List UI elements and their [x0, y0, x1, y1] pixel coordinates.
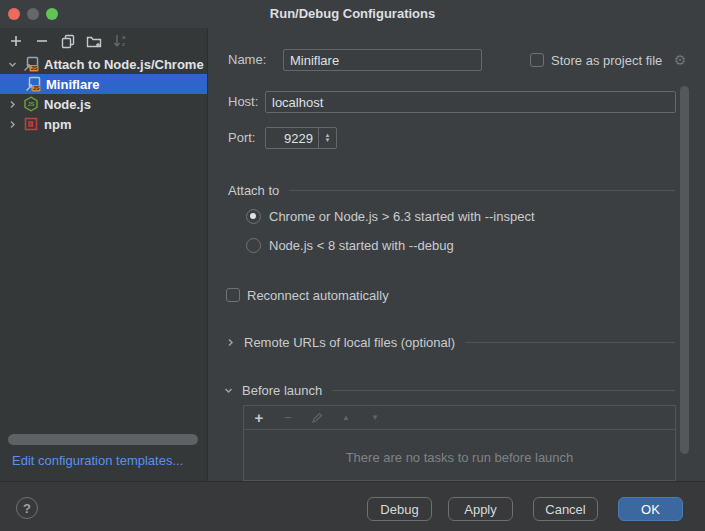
before-launch-tasks-panel: + − ▲ ▼ There are no tasks to run before… [243, 405, 676, 481]
before-launch-toolbar: + − ▲ ▼ [244, 406, 675, 430]
radio-selected-icon[interactable] [246, 209, 261, 224]
svg-text:JS: JS [33, 85, 40, 91]
port-label: Port: [228, 127, 255, 149]
port-stepper-arrows[interactable]: ▲ ▼ [318, 128, 336, 148]
chevron-right-icon[interactable] [6, 120, 18, 129]
svg-text:JS: JS [31, 65, 38, 71]
store-as-project-file-checkbox[interactable] [530, 53, 544, 67]
store-as-project-file-label: Store as project file [551, 53, 662, 68]
help-button[interactable]: ? [16, 497, 38, 519]
tree-item-label: Attach to Node.js/Chrome [44, 57, 204, 72]
sidebar-horizontal-scrollbar[interactable] [8, 434, 198, 445]
content-vertical-scrollbar[interactable] [680, 86, 689, 454]
new-folder-icon[interactable] [86, 33, 102, 49]
add-configuration-icon[interactable] [8, 33, 24, 49]
section-divider [289, 190, 675, 191]
add-task-icon[interactable]: + [253, 409, 265, 426]
before-launch-section-header[interactable]: Before launch [224, 380, 675, 400]
move-down-icon: ▼ [369, 413, 381, 422]
radio-label: Chrome or Node.js > 6.3 started with --i… [269, 209, 535, 224]
edit-task-icon [311, 412, 323, 424]
chevron-down-icon[interactable] [224, 386, 238, 395]
tree-item-label: Miniflare [46, 77, 99, 92]
svg-text:JS: JS [28, 101, 35, 107]
chevron-down-icon[interactable] [6, 60, 18, 69]
cancel-button[interactable]: Cancel [533, 497, 598, 521]
svg-text:z: z [122, 41, 125, 47]
dialog-title: Run/Debug Configurations [0, 0, 705, 28]
section-divider [332, 390, 675, 391]
tree-item-nodejs[interactable]: JS Node.js [0, 94, 207, 114]
before-launch-empty-text: There are no tasks to run before launch [244, 450, 675, 465]
before-launch-title: Before launch [242, 383, 322, 398]
radio-option-debug[interactable]: Node.js < 8 started with --debug [246, 235, 454, 255]
radio-unselected-icon[interactable] [246, 238, 261, 253]
radio-label: Node.js < 8 started with --debug [269, 238, 454, 253]
stepper-down-icon[interactable]: ▼ [325, 138, 331, 143]
host-input[interactable] [265, 91, 676, 113]
apply-button[interactable]: Apply [448, 497, 513, 521]
nodejs-icon: JS [23, 96, 39, 112]
tree-item-npm[interactable]: npm [0, 114, 207, 134]
reconnect-automatically-checkbox[interactable] [226, 288, 240, 302]
chevron-right-icon[interactable] [6, 100, 18, 109]
remote-urls-title: Remote URLs of local files (optional) [244, 335, 455, 350]
host-label: Host: [228, 91, 258, 113]
name-input[interactable] [283, 49, 482, 71]
tree-item-attach-to-nodejs-chrome[interactable]: JS Attach to Node.js/Chrome [0, 54, 207, 74]
run-debug-configurations-dialog: Run/Debug Configurations az [0, 0, 705, 531]
attach-to-section-header: Attach to [228, 180, 675, 200]
ok-button[interactable]: OK [618, 497, 683, 521]
section-divider [465, 342, 675, 343]
remove-task-icon: − [282, 410, 294, 425]
edit-configuration-templates-link[interactable]: Edit configuration templates... [12, 452, 183, 470]
radio-option-inspect[interactable]: Chrome or Node.js > 6.3 started with --i… [246, 206, 535, 226]
remote-urls-section-header[interactable]: Remote URLs of local files (optional) [226, 332, 675, 352]
svg-text:a: a [122, 34, 126, 40]
move-up-icon: ▲ [340, 413, 352, 422]
configurations-tree: JS Attach to Node.js/Chrome JS Miniflare… [0, 54, 207, 134]
debug-button[interactable]: Debug [367, 497, 432, 521]
configurations-sidebar: az JS Attach to Node.js/Chrome JS Minifl… [0, 28, 208, 481]
tree-item-label: Node.js [44, 97, 91, 112]
reconnect-automatically-label: Reconnect automatically [247, 288, 389, 303]
sidebar-toolbar: az [0, 28, 208, 54]
attach-nodejs-icon: JS [25, 76, 41, 92]
port-spinner: ▲ ▼ [265, 127, 337, 149]
tree-item-label: npm [44, 117, 71, 132]
port-input[interactable] [266, 128, 318, 148]
npm-icon [23, 116, 39, 132]
attach-to-title: Attach to [228, 183, 279, 198]
configuration-form: Name: Store as project file ⚙ Host: Port… [208, 28, 705, 481]
sort-configurations-icon: az [112, 33, 128, 49]
remove-configuration-icon[interactable] [34, 33, 50, 49]
tree-item-miniflare[interactable]: JS Miniflare [0, 74, 207, 94]
reconnect-automatically-group: Reconnect automatically [226, 284, 389, 306]
attach-nodejs-icon: JS [23, 56, 39, 72]
chevron-right-icon[interactable] [226, 338, 240, 347]
name-label: Name: [228, 49, 266, 71]
copy-configuration-icon[interactable] [60, 33, 76, 49]
dialog-footer: ? Debug Apply Cancel OK [0, 481, 705, 531]
store-as-project-file-group: Store as project file [530, 49, 662, 71]
title-bar: Run/Debug Configurations [0, 0, 705, 28]
gear-icon[interactable]: ⚙ [672, 52, 688, 68]
help-label: ? [23, 501, 31, 516]
